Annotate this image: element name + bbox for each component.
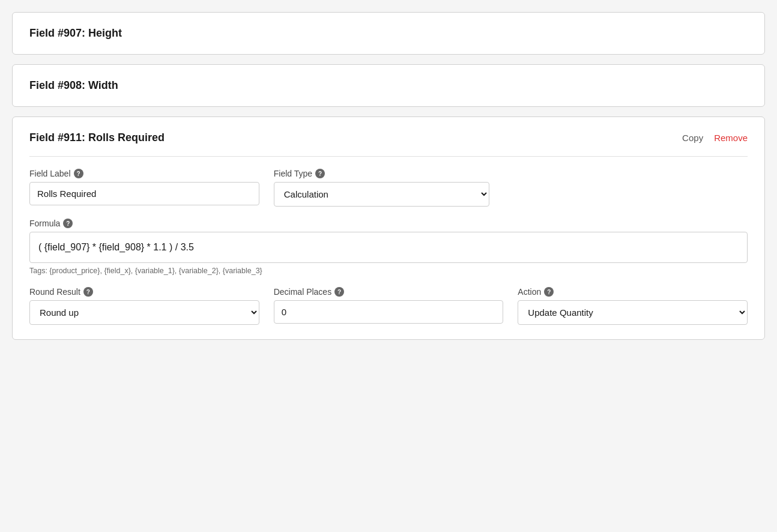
field-911-actions: Copy Remove bbox=[682, 133, 748, 143]
decimal-places-input[interactable] bbox=[274, 300, 504, 324]
decimal-places-group: Decimal Places ? bbox=[274, 287, 504, 325]
field-908-title: Field #908: Width bbox=[29, 79, 118, 92]
field-911-title: Field #911: Rolls Required bbox=[29, 131, 165, 144]
field-label-label: Field Label ? bbox=[29, 169, 259, 178]
field-label-help-icon[interactable]: ? bbox=[74, 169, 83, 178]
round-result-group: Round Result ? Round up Round down Round… bbox=[29, 287, 259, 325]
action-label: Action ? bbox=[518, 287, 748, 297]
copy-button[interactable]: Copy bbox=[682, 133, 703, 143]
formula-input[interactable] bbox=[29, 232, 748, 263]
action-help-icon[interactable]: ? bbox=[544, 287, 554, 297]
round-result-help-icon[interactable]: ? bbox=[83, 287, 93, 297]
field-type-label: Field Type ? bbox=[274, 169, 489, 178]
round-result-select-wrapper: Round up Round down Round nearest No rou… bbox=[29, 300, 259, 325]
field-907-card: Field #907: Height bbox=[12, 12, 765, 55]
formula-tags: Tags: {product_price}, {field_x}, {varia… bbox=[29, 267, 748, 275]
label-type-row: Field Label ? Field Type ? Calculation T… bbox=[29, 169, 748, 207]
field-907-title: Field #907: Height bbox=[29, 27, 122, 40]
formula-help-icon[interactable]: ? bbox=[63, 219, 73, 228]
round-result-select[interactable]: Round up Round down Round nearest No rou… bbox=[29, 300, 259, 325]
decimal-places-label: Decimal Places ? bbox=[274, 287, 504, 297]
decimal-places-help-icon[interactable]: ? bbox=[334, 287, 344, 297]
field-label-group: Field Label ? bbox=[29, 169, 259, 207]
remove-button[interactable]: Remove bbox=[714, 133, 748, 143]
field-type-select[interactable]: Calculation Text Number Dropdown bbox=[274, 182, 489, 207]
formula-section: Formula ? Tags: {product_price}, {field_… bbox=[29, 219, 748, 275]
action-group: Action ? Update Quantity Update Price No… bbox=[518, 287, 748, 325]
field-label-input[interactable] bbox=[29, 182, 259, 205]
field-type-group: Field Type ? Calculation Text Number Dro… bbox=[274, 169, 489, 207]
field-911-card: Field #911: Rolls Required Copy Remove F… bbox=[12, 116, 765, 340]
action-select[interactable]: Update Quantity Update Price No Action bbox=[518, 300, 748, 325]
bottom-row: Round Result ? Round up Round down Round… bbox=[29, 287, 748, 325]
field-908-card: Field #908: Width bbox=[12, 64, 765, 107]
field-type-select-wrapper: Calculation Text Number Dropdown bbox=[274, 182, 489, 207]
round-result-label: Round Result ? bbox=[29, 287, 259, 297]
action-select-wrapper: Update Quantity Update Price No Action bbox=[518, 300, 748, 325]
divider bbox=[29, 156, 748, 157]
field-type-help-icon[interactable]: ? bbox=[315, 169, 325, 178]
formula-label: Formula ? bbox=[29, 219, 748, 228]
